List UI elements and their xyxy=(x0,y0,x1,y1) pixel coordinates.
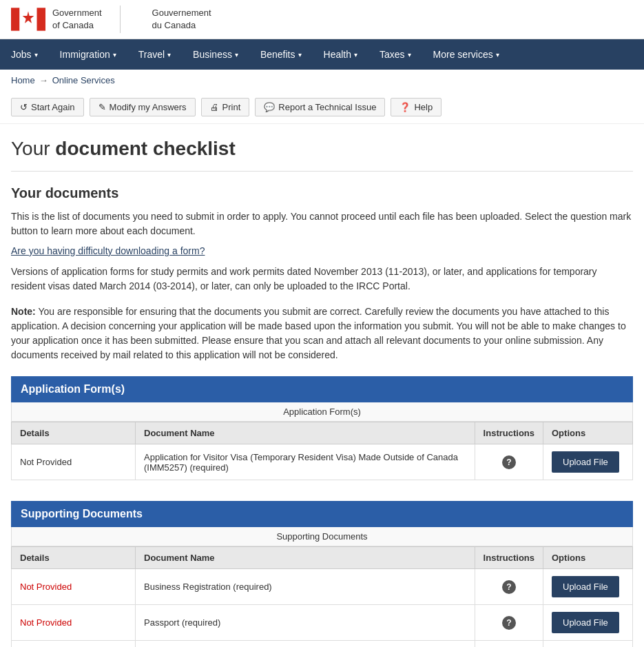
breadcrumb-current-link[interactable]: Online Services xyxy=(52,75,115,85)
logo-area: Government of Canada Gouvernement du Can… xyxy=(11,6,211,33)
chevron-down-icon: ▾ xyxy=(408,51,411,59)
options-cell: Upload File xyxy=(543,641,633,648)
version-text: Versions of application forms for study … xyxy=(11,265,633,294)
document-name-cell: Application for Visitor Visa (Temporary … xyxy=(136,444,475,480)
breadcrumb: Home → Online Services xyxy=(0,70,644,91)
nav-health[interactable]: Health ▾ xyxy=(313,39,368,70)
options-cell: Upload File xyxy=(543,444,633,480)
pencil-icon: ✎ xyxy=(98,102,106,112)
details-cell: Not Provided xyxy=(12,641,136,648)
documents-section-title: Your documents xyxy=(11,185,633,201)
report-issue-button[interactable]: 💬 Report a Technical Issue xyxy=(255,98,385,116)
start-again-button[interactable]: ↺ Start Again xyxy=(11,98,84,116)
nav-taxes[interactable]: Taxes ▾ xyxy=(368,39,422,70)
col-header-details: Details xyxy=(12,422,136,444)
application-forms-section: Application Form(s) Application Form(s) … xyxy=(11,376,633,480)
nav-business[interactable]: Business ▾ xyxy=(182,39,249,70)
breadcrumb-home-link[interactable]: Home xyxy=(11,75,35,85)
chevron-down-icon: ▾ xyxy=(34,51,38,59)
gov-name-en: Government of Canada xyxy=(52,7,102,32)
help-icon[interactable]: ? xyxy=(502,616,516,630)
application-forms-table: Details Document Name Instructions Optio… xyxy=(11,422,633,480)
refresh-icon: ↺ xyxy=(20,102,28,112)
difficulty-link[interactable]: Are you having difficulty downloading a … xyxy=(11,245,633,256)
chevron-down-icon: ▾ xyxy=(235,51,238,59)
instructions-cell: ? xyxy=(475,569,543,605)
note-text: Note: You are responsible for ensuring t… xyxy=(11,305,633,362)
chevron-down-icon: ▾ xyxy=(113,51,116,59)
table-row: Not Provided Passport (required) ? Uploa… xyxy=(12,605,633,641)
table-row: Not Provided Business Registration (requ… xyxy=(12,569,633,605)
details-cell: Not Provided xyxy=(12,444,136,480)
nav-more-services[interactable]: More services ▾ xyxy=(422,39,510,70)
table-row: Not Provided Application for Visitor Vis… xyxy=(12,444,633,480)
options-cell: Upload File xyxy=(543,569,633,605)
upload-file-button[interactable]: Upload File xyxy=(552,612,619,633)
chevron-down-icon: ▾ xyxy=(496,51,499,59)
supporting-documents-table: Details Document Name Instructions Optio… xyxy=(11,546,633,647)
help-icon[interactable]: ? xyxy=(502,455,516,469)
toolbar: ↺ Start Again ✎ Modify my Answers 🖨 Prin… xyxy=(0,91,644,124)
chevron-down-icon: ▾ xyxy=(354,51,357,59)
instructions-cell: ? xyxy=(475,605,543,641)
main-content: Your document checklist Your documents T… xyxy=(0,124,644,647)
col-header-instructions: Instructions xyxy=(475,547,543,569)
nav-jobs[interactable]: Jobs ▾ xyxy=(0,39,49,70)
breadcrumb-arrow-icon: → xyxy=(39,75,48,85)
header-divider xyxy=(120,6,121,33)
upload-file-button[interactable]: Upload File xyxy=(552,576,619,597)
instructions-cell: ? xyxy=(475,641,543,648)
modify-answers-button[interactable]: ✎ Modify my Answers xyxy=(90,98,196,116)
help-button[interactable]: ❓ Help xyxy=(391,98,442,116)
document-name-cell: Passport (required) xyxy=(136,605,475,641)
supporting-documents-subheader: Supporting Documents xyxy=(11,527,633,546)
print-button[interactable]: 🖨 Print xyxy=(201,98,250,116)
nav-travel[interactable]: Travel ▾ xyxy=(127,39,182,70)
instructions-cell: ? xyxy=(475,444,543,480)
col-header-document-name: Document Name xyxy=(136,547,475,569)
document-name-cell: General Education and Employment Form (r… xyxy=(136,641,475,648)
supporting-documents-header: Supporting Documents xyxy=(11,501,633,527)
print-icon: 🖨 xyxy=(210,102,219,112)
main-nav: Jobs ▾ Immigration ▾ Travel ▾ Business ▾… xyxy=(0,39,644,70)
options-cell: Upload File xyxy=(543,605,633,641)
table-row: Not Provided General Education and Emplo… xyxy=(12,641,633,648)
application-forms-subheader: Application Form(s) xyxy=(11,402,633,422)
help-icon[interactable]: ? xyxy=(502,580,516,594)
chevron-down-icon: ▾ xyxy=(298,51,302,59)
page-header: Government of Canada Gouvernement du Can… xyxy=(0,0,644,39)
svg-rect-0 xyxy=(11,8,20,30)
nav-immigration[interactable]: Immigration ▾ xyxy=(49,39,127,70)
supporting-documents-section: Supporting Documents Supporting Document… xyxy=(11,501,633,647)
col-header-instructions: Instructions xyxy=(475,422,543,444)
details-cell: Not Provided xyxy=(12,605,136,641)
chat-icon: 💬 xyxy=(264,102,275,112)
col-header-details: Details xyxy=(12,547,136,569)
page-title: Your document checklist xyxy=(11,138,633,172)
application-forms-header: Application Form(s) xyxy=(11,376,633,402)
col-header-document-name: Document Name xyxy=(136,422,475,444)
document-name-cell: Business Registration (required) xyxy=(136,569,475,605)
svg-rect-2 xyxy=(37,8,46,30)
chevron-down-icon: ▾ xyxy=(167,51,171,59)
col-header-options: Options xyxy=(543,422,633,444)
gov-name-fr: Gouvernement du Canada xyxy=(152,7,211,32)
nav-benefits[interactable]: Benefits ▾ xyxy=(249,39,313,70)
col-header-options: Options xyxy=(543,547,633,569)
details-cell: Not Provided xyxy=(12,569,136,605)
question-icon: ❓ xyxy=(399,102,411,112)
intro-text: This is the list of documents you need t… xyxy=(11,209,633,238)
canada-flag-icon xyxy=(11,6,45,33)
upload-file-button[interactable]: Upload File xyxy=(552,451,619,473)
